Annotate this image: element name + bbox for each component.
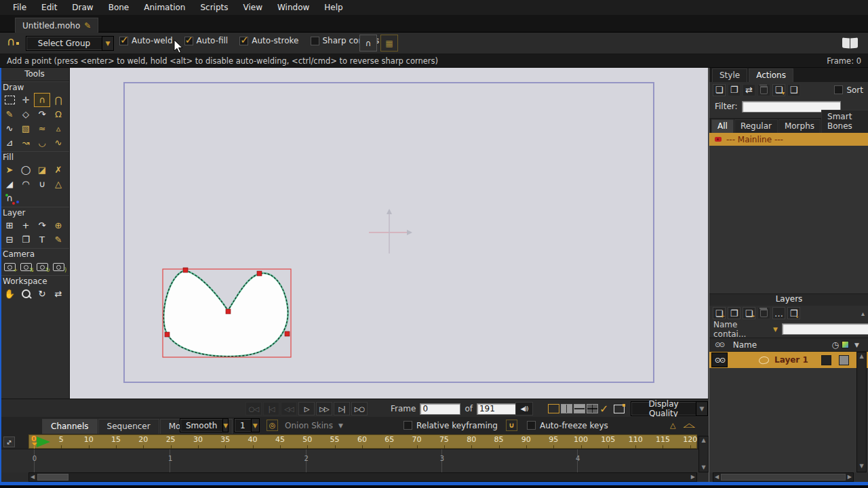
add-keyframe-icon[interactable]: △	[670, 421, 675, 430]
scroll-left-icon[interactable]: ◀	[713, 473, 720, 481]
speaker-icon[interactable]: ◀))	[515, 402, 533, 415]
grid-snap-button[interactable]: ▦	[380, 35, 398, 52]
new-action-button[interactable]: ❏	[713, 84, 726, 96]
document-tab[interactable]: Untitled.moho ✎	[15, 18, 98, 33]
hide-edge-tool-button[interactable]: △	[50, 177, 66, 191]
timeline-horizontal-scrollbar[interactable]: ◀ ▶	[28, 472, 697, 482]
relative-keyframing-checkbox[interactable]	[403, 421, 412, 430]
curve-exaggerate-tool-button[interactable]: ↝	[18, 136, 34, 150]
view-layout-1-button[interactable]	[548, 404, 559, 413]
chevron-down-icon[interactable]: ▼	[338, 422, 343, 429]
layer-row[interactable]: ⊙⊙ Layer 1 ▼	[709, 352, 868, 368]
orbit-view-tool-button[interactable]: ⇄	[50, 287, 66, 301]
actions-list-area[interactable]	[709, 146, 868, 293]
timeline-tab-channels[interactable]: Channels	[42, 419, 98, 434]
playhead-marker[interactable]	[32, 443, 37, 446]
noise-tool-button[interactable]: ∿	[1, 121, 18, 136]
reference-layer-button[interactable]: ❐⇣	[787, 307, 800, 319]
interp-value-dropdown[interactable]: 1 ▼	[234, 418, 260, 432]
loop-button[interactable]: ▷○	[351, 402, 368, 415]
select-points-tool-button[interactable]	[1, 93, 18, 107]
play-button[interactable]: ▷	[298, 402, 315, 415]
layer-name[interactable]: Layer 1	[774, 355, 808, 365]
checkbox-auto-fill[interactable]: ✓Auto-fill	[184, 36, 229, 45]
tab-actions[interactable]: Actions	[749, 68, 793, 82]
camera-track-tool-button[interactable]: +	[1, 260, 18, 274]
gradient-tool-button[interactable]: ◢	[1, 177, 18, 191]
canvas-workspace[interactable]	[70, 68, 708, 399]
scroll-right-icon[interactable]: ▶	[846, 473, 853, 481]
subtab-morphs[interactable]: Morphs	[778, 119, 821, 133]
line-width-tool-button[interactable]: ◠	[18, 177, 34, 191]
timeline-vertical-scrollbar[interactable]: ▲ ▼	[698, 436, 709, 472]
onion-skins-label[interactable]: Onion Skins	[285, 421, 333, 430]
menu-view[interactable]: View	[236, 3, 270, 12]
duplicate-layer-button[interactable]: ❐	[728, 307, 741, 319]
view-layout-3-button[interactable]	[574, 404, 585, 413]
shear-layer-tool-button[interactable]: ⊟	[1, 232, 18, 247]
add-layer-tool-button[interactable]: +	[18, 218, 34, 232]
create-shape-tool-button[interactable]: ◯	[18, 163, 34, 177]
sort-checkbox[interactable]	[834, 85, 843, 94]
layer-transform-tool-button[interactable]: ⊕	[50, 218, 66, 232]
draw-shape-tool-button[interactable]: ◇	[18, 107, 34, 121]
layers-filter-mode[interactable]: Name contai...	[713, 320, 770, 339]
library-book-button[interactable]	[842, 38, 859, 49]
scroll-up-icon[interactable]: ▲	[700, 436, 707, 445]
subtab-smart-bones[interactable]: Smart Bones	[821, 110, 868, 133]
select-shape-tool-button[interactable]: ➤	[1, 163, 18, 177]
subtab-all[interactable]: All	[711, 119, 734, 133]
delete-shape-tool-button[interactable]: ✗	[50, 163, 66, 177]
scroll-right-icon[interactable]: ▶	[690, 473, 696, 481]
scroll-up-icon[interactable]: ▲	[857, 352, 866, 361]
layer-visibility-toggle[interactable]: ⊙⊙	[711, 352, 728, 367]
more-options-button[interactable]: …	[772, 307, 785, 319]
sharp-corners-checkbox[interactable]	[311, 37, 319, 45]
stretch-keyframes-icon[interactable]: △	[684, 422, 696, 429]
auto-freeze-checkbox[interactable]	[527, 421, 536, 430]
onion-skin-icon[interactable]: ◎	[267, 420, 278, 431]
rotate-view-tool-button[interactable]: ↻	[34, 287, 50, 301]
oval-tool-button[interactable]: ◡	[34, 136, 50, 150]
camera-roll-tool-button[interactable]: ↻	[34, 260, 50, 274]
menu-help[interactable]: Help	[317, 3, 350, 12]
auto-fill-checkbox[interactable]: ✓	[184, 37, 193, 45]
menu-file[interactable]: File	[5, 3, 34, 12]
rotate-layer-tool-button[interactable]: ↷	[34, 218, 50, 232]
safe-frame-icon[interactable]	[614, 405, 625, 413]
checkmark-icon[interactable]: ✓	[599, 403, 608, 415]
zoom-view-tool-button[interactable]	[18, 287, 34, 301]
timeline-tab-sequencer[interactable]: Sequencer	[98, 419, 159, 434]
scroll-down-icon[interactable]: ▼	[700, 464, 707, 472]
checkbox-auto-stroke[interactable]: ✓Auto-stroke	[239, 36, 298, 45]
transform-points-tool-button[interactable]: ✛	[18, 93, 34, 107]
frame-input[interactable]	[420, 403, 460, 415]
mainline-action-row[interactable]: --- Mainline ---	[709, 133, 868, 146]
camera-pan-tilt-tool-button[interactable]: )	[50, 260, 66, 274]
menu-scripts[interactable]: Scripts	[193, 3, 235, 12]
subtab-regular[interactable]: Regular	[734, 119, 778, 133]
pan-hand-tool-button[interactable]: ✋	[1, 287, 18, 301]
keyframe-shield-icon[interactable]: ∪	[506, 420, 517, 431]
eyedropper-tool-button[interactable]: ✎	[50, 232, 66, 247]
layers-vertical-scrollbar[interactable]: ▲ ▼	[856, 352, 867, 472]
menu-window[interactable]: Window	[270, 3, 317, 12]
layers-list-area[interactable]	[709, 368, 868, 472]
menu-bone[interactable]: Bone	[101, 3, 137, 12]
scrollbar-thumb[interactable]	[37, 474, 68, 481]
camera-zoom-tool-button[interactable]: ⇅	[18, 260, 34, 274]
curve-stroke-tool-button[interactable]: ∪	[34, 177, 50, 191]
bend-curves-tool-button[interactable]: ≈	[34, 121, 50, 136]
select-group-dropdown[interactable]: Select Group ▼	[26, 36, 114, 51]
scroll-left-icon[interactable]: ◀	[29, 473, 36, 481]
chevron-down-icon[interactable]: ▼	[854, 342, 859, 348]
auto-stroke-checkbox[interactable]: ✓	[239, 37, 248, 45]
new-layer-button[interactable]: ❏+	[713, 307, 726, 319]
polygon-tool-button[interactable]: ⊿	[1, 136, 18, 150]
insert-action-copy-button[interactable]: ❏▾	[772, 84, 785, 96]
expand-timeline-button[interactable]: ↔	[3, 436, 15, 447]
step-forward-button[interactable]: ▷|	[334, 402, 350, 415]
fill-color-swatch[interactable]	[839, 355, 849, 365]
tab-style[interactable]: Style	[712, 68, 747, 82]
view-layout-2-button[interactable]	[561, 404, 572, 413]
